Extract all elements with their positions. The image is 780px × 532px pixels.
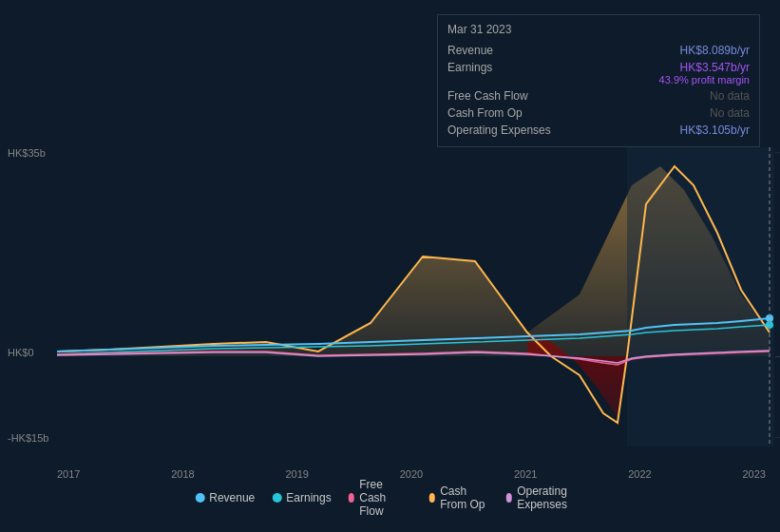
x-label-2023: 2023: [743, 468, 766, 480]
tooltip-revenue-label: Revenue: [447, 44, 552, 57]
svg-rect-2: [627, 147, 774, 446]
legend-earnings-label: Earnings: [286, 491, 331, 504]
tooltip-cashop-row: Cash From Op No data: [447, 104, 750, 122]
tooltip-opex-row: Operating Expenses HK$3.105b/yr: [447, 122, 750, 139]
legend-earnings[interactable]: Earnings: [272, 491, 331, 504]
tooltip-cashop-value: No data: [710, 106, 750, 120]
y-label-top: HK$35b: [8, 147, 46, 159]
tooltip-box: Mar 31 2023 Revenue HK$8.089b/yr Earning…: [437, 14, 760, 147]
x-label-2018: 2018: [171, 468, 194, 480]
tooltip-date: Mar 31 2023: [447, 23, 750, 36]
tooltip-fcf-label: Free Cash Flow: [447, 89, 552, 103]
legend-earnings-dot: [272, 493, 281, 503]
chart-area: HK$35b HK$0 -HK$15b 2017 2018 2019 2020 …: [0, 0, 780, 532]
chart-legend: Revenue Earnings Free Cash Flow Cash Fro…: [195, 478, 585, 518]
tooltip-earnings-label: Earnings: [447, 61, 552, 74]
legend-cashop-label: Cash From Op: [440, 484, 488, 511]
legend-operating-expenses[interactable]: Operating Expenses: [506, 484, 585, 511]
legend-opex-dot: [506, 493, 513, 503]
tooltip-revenue-row: Revenue HK$8.089b/yr: [447, 42, 750, 59]
tooltip-earnings-value: HK$3.547b/yr: [659, 61, 750, 74]
tooltip-cashop-label: Cash From Op: [447, 106, 552, 120]
legend-free-cash-flow[interactable]: Free Cash Flow: [349, 478, 412, 518]
tooltip-opex-value: HK$3.105b/yr: [680, 124, 750, 137]
legend-revenue[interactable]: Revenue: [195, 491, 255, 504]
y-label-neg: -HK$15b: [8, 432, 48, 444]
legend-revenue-label: Revenue: [209, 491, 255, 504]
legend-fcf-label: Free Cash Flow: [359, 478, 411, 518]
x-label-2017: 2017: [57, 468, 80, 480]
y-label-zero: HK$0: [8, 347, 34, 358]
tooltip-fcf-row: Free Cash Flow No data: [447, 87, 750, 104]
tooltip-profit-margin: 43.9% profit margin: [659, 74, 750, 86]
tooltip-opex-label: Operating Expenses: [447, 124, 552, 137]
x-label-2022: 2022: [628, 468, 651, 480]
legend-revenue-dot: [195, 493, 204, 503]
tooltip-fcf-value: No data: [710, 89, 750, 103]
legend-cashop-dot: [429, 493, 436, 503]
tooltip-revenue-value: HK$8.089b/yr: [680, 44, 750, 57]
legend-cash-from-op[interactable]: Cash From Op: [429, 484, 489, 511]
tooltip-earnings-row: Earnings HK$3.547b/yr 43.9% profit margi…: [447, 59, 750, 87]
legend-fcf-dot: [349, 493, 355, 503]
legend-opex-label: Operating Expenses: [517, 484, 585, 511]
